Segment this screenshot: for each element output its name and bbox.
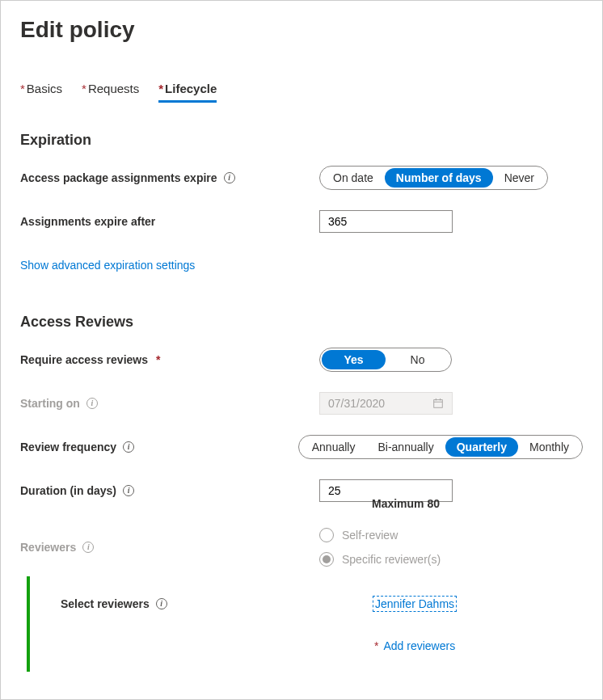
starting-on-label: Starting on i <box>20 397 319 410</box>
pill-annually[interactable]: Annually <box>301 437 367 457</box>
radio-icon <box>319 552 334 567</box>
required-icon: * <box>374 639 378 652</box>
pill-never[interactable]: Never <box>493 168 546 188</box>
radio-self-review: Self-review <box>319 528 583 542</box>
assignments-expire-label: Access package assignments expire i <box>20 171 319 184</box>
tab-requests[interactable]: *Requests <box>82 82 139 103</box>
info-icon[interactable]: i <box>224 172 235 183</box>
svg-rect-0 <box>434 400 443 408</box>
info-icon[interactable]: i <box>123 485 134 496</box>
select-reviewers-block: Select reviewers i Jennifer Dahms * Add … <box>27 576 583 672</box>
select-reviewers-label: Select reviewers i <box>61 596 326 610</box>
expire-mode-group: On date Number of days Never <box>319 166 548 190</box>
expire-after-input[interactable] <box>319 210 453 233</box>
info-icon[interactable]: i <box>82 542 94 553</box>
pill-monthly[interactable]: Monthly <box>518 437 580 457</box>
pill-on-date[interactable]: On date <box>322 168 385 188</box>
radio-icon <box>319 528 334 542</box>
pill-bi-annually[interactable]: Bi-annually <box>366 437 445 457</box>
require-reviews-toggle: Yes No <box>319 348 452 372</box>
radio-specific-reviewers: Specific reviewer(s) <box>319 552 583 567</box>
info-icon[interactable]: i <box>156 598 167 609</box>
pill-number-of-days[interactable]: Number of days <box>385 168 493 188</box>
require-reviews-label: Require access reviews* <box>20 353 319 366</box>
expire-after-label: Assignments expire after <box>20 215 319 228</box>
pill-no[interactable]: No <box>386 350 449 369</box>
show-advanced-expiration-link[interactable]: Show advanced expiration settings <box>20 259 195 272</box>
info-icon[interactable]: i <box>123 441 134 453</box>
info-icon[interactable]: i <box>86 398 98 409</box>
pill-yes[interactable]: Yes <box>322 350 386 369</box>
tab-lifecycle[interactable]: *Lifecycle <box>158 82 217 103</box>
expiration-heading: Expiration <box>20 132 583 149</box>
starting-on-input: 07/31/2020 <box>319 392 453 415</box>
review-frequency-label: Review frequency i <box>20 441 298 453</box>
tab-basics[interactable]: *Basics <box>20 82 62 103</box>
calendar-icon <box>432 398 444 409</box>
reviewers-label: Reviewers i <box>20 541 319 554</box>
selected-reviewer-chip[interactable]: Jennifer Dahms <box>373 596 457 612</box>
duration-label: Duration (in days) i <box>20 484 319 497</box>
pill-quarterly[interactable]: Quarterly <box>445 437 518 457</box>
access-reviews-heading: Access Reviews <box>20 314 583 331</box>
frequency-group: Annually Bi-annually Quarterly Monthly <box>298 435 583 459</box>
reviewers-radio-group: Self-review Specific reviewer(s) <box>319 528 583 567</box>
page-title: Edit policy <box>20 17 583 43</box>
tab-bar: *Basics *Requests *Lifecycle <box>20 82 583 103</box>
add-reviewers-link[interactable]: * Add reviewers <box>373 639 457 652</box>
